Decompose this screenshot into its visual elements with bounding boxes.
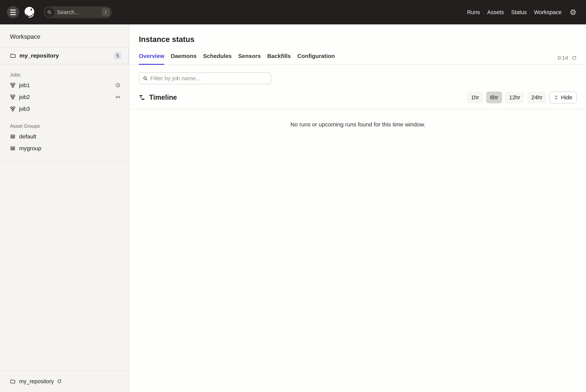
- tab-overview[interactable]: Overview: [139, 53, 164, 65]
- collapse-icon: [554, 95, 558, 100]
- sensor-icon: [115, 94, 121, 100]
- sidebar-divider: [0, 161, 129, 162]
- refresh-button[interactable]: [571, 55, 577, 61]
- search-icon: [45, 7, 54, 17]
- top-nav: Runs Assets Status Workspace ⚙: [467, 8, 576, 16]
- sidebar-item-job3[interactable]: job3: [0, 103, 129, 115]
- sidebar-item-group-mygroup[interactable]: mygroup: [0, 142, 129, 154]
- tab-sensors[interactable]: Sensors: [238, 53, 261, 65]
- slash-shortcut-key: /: [102, 8, 110, 16]
- tab-configuration[interactable]: Configuration: [297, 53, 335, 65]
- timeline-divider: [130, 109, 586, 110]
- search-icon: [143, 76, 148, 81]
- topbar: / Runs Assets Status Workspace ⚙: [0, 0, 586, 24]
- gear-icon[interactable]: ⚙: [569, 8, 576, 16]
- nav-status[interactable]: Status: [511, 9, 527, 16]
- nav-assets[interactable]: Assets: [487, 9, 504, 16]
- global-search[interactable]: /: [44, 6, 112, 18]
- search-input[interactable]: [57, 9, 102, 16]
- job-filter-input[interactable]: [150, 75, 271, 82]
- job-label: job1: [19, 82, 30, 88]
- job-filter[interactable]: [139, 72, 271, 84]
- folder-icon: [10, 378, 16, 384]
- asset-groups-section-label: Asset Groups: [10, 123, 119, 129]
- hide-timeline-button[interactable]: Hide: [549, 92, 577, 103]
- asset-group-icon: [10, 134, 16, 139]
- range-button-1hr[interactable]: 1hr: [467, 92, 483, 103]
- job-label: job2: [19, 94, 30, 100]
- sidebar-item-group-default[interactable]: default: [0, 130, 129, 142]
- overview-content: Timeline 1hr 6hr 12hr 24hr Hide No runs …: [130, 65, 586, 128]
- job-label: job3: [19, 106, 30, 112]
- jobs-section-label: Jobs: [10, 72, 119, 78]
- hamburger-menu-button[interactable]: [7, 6, 19, 18]
- folder-icon: [10, 52, 16, 59]
- tab-backfills[interactable]: Backfills: [267, 53, 291, 65]
- asset-group-label: default: [19, 133, 36, 140]
- timeline-controls: 1hr 6hr 12hr 24hr Hide: [467, 92, 577, 103]
- tab-schedules[interactable]: Schedules: [203, 53, 232, 65]
- range-button-24hr[interactable]: 24hr: [527, 92, 546, 103]
- timeline-icon: [139, 94, 145, 101]
- timeline-header: Timeline 1hr 6hr 12hr 24hr Hide: [139, 92, 577, 103]
- job-icon: [10, 106, 16, 112]
- schedule-clock-icon: [115, 82, 121, 88]
- nav-workspace[interactable]: Workspace: [534, 9, 562, 16]
- range-button-12hr[interactable]: 12hr: [505, 92, 524, 103]
- sidebar-heading: Workspace: [10, 33, 129, 40]
- nav-runs[interactable]: Runs: [467, 9, 480, 16]
- job-icon: [10, 94, 16, 100]
- timeline-heading: Timeline: [149, 94, 177, 102]
- refresh-countdown: 0:14: [558, 55, 568, 61]
- tab-daemons[interactable]: Daemons: [171, 53, 197, 65]
- hide-label: Hide: [561, 94, 572, 101]
- workspace-sidebar: Workspace my_repository 5 Jobs job1: [0, 24, 129, 392]
- refresh-countdown-group: 0:14: [558, 55, 577, 61]
- sidebar-item-job1[interactable]: job1: [0, 79, 129, 91]
- instance-tabs: Overview Daemons Schedules Sensors Backf…: [130, 53, 586, 65]
- empty-runs-message: No runs or upcoming runs found for this …: [130, 121, 586, 128]
- page-title: Instance status: [139, 35, 577, 44]
- asset-group-label: mygroup: [19, 145, 42, 152]
- repository-count-badge: 5: [114, 52, 122, 60]
- range-button-6hr[interactable]: 6hr: [486, 92, 502, 103]
- hamburger-icon: [10, 10, 16, 10]
- asset-group-icon: [10, 146, 16, 151]
- repository-item[interactable]: my_repository 5: [0, 47, 129, 64]
- sidebar-footer-repository[interactable]: my_repository: [0, 370, 129, 392]
- sidebar-item-job2[interactable]: job2: [0, 91, 129, 103]
- repository-name: my_repository: [20, 52, 59, 59]
- instance-status-page: Instance status Overview Daemons Schedul…: [130, 24, 586, 392]
- reload-repository-button[interactable]: [57, 379, 62, 384]
- job-icon: [10, 82, 16, 88]
- footer-repository-name: my_repository: [19, 378, 54, 384]
- dagster-logo-icon: [23, 6, 36, 18]
